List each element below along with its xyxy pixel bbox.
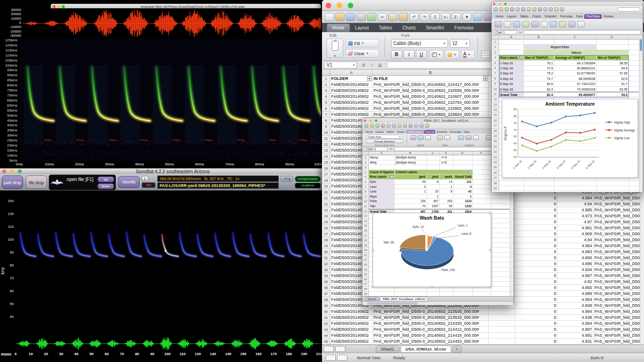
row-header[interactable]: 37 (322, 291, 330, 297)
cell[interactable]: PAS_WAPSIR_feld_D500-0_0_201406 (593, 321, 644, 327)
cell[interactable]: 4.94 (558, 237, 593, 243)
cell[interactable]: Row Labels▼ (369, 175, 395, 180)
cell[interactable]: 57.65 (597, 71, 629, 76)
row-header[interactable]: 45 (322, 339, 330, 345)
cell[interactable]: 62.6 (597, 76, 629, 81)
ribbon-button[interactable] (513, 21, 520, 28)
close-icon[interactable] (52, 5, 56, 8)
ribbon-tab-charts[interactable]: Charts (396, 130, 406, 134)
toolbar-icon[interactable] (414, 124, 418, 128)
cell[interactable] (440, 287, 454, 292)
cell[interactable]: 8 (427, 180, 440, 185)
line-chart-object[interactable]: Ambient Temperature 50556065707580851-Se… (502, 99, 638, 178)
cell[interactable]: 4.994 (558, 195, 593, 201)
toolbar-icon[interactable] (499, 7, 503, 11)
column-header[interactable]: B (524, 35, 554, 40)
cell[interactable]: Epfu (369, 180, 395, 185)
ribbon-tab-chart-layout[interactable]: Chart Layout (406, 130, 424, 134)
row-header[interactable]: 31 (322, 255, 330, 261)
ribbon-tab-review[interactable]: Review (602, 14, 615, 19)
cell[interactable]: 95 (440, 204, 454, 209)
row-header[interactable]: 4 (492, 55, 499, 60)
undo-icon[interactable]: ↶ (409, 13, 419, 21)
underline-button[interactable]: U (416, 50, 427, 59)
cell[interactable]: 72.5 (524, 66, 554, 71)
cell[interactable]: 0 (515, 249, 558, 255)
cell[interactable]: Column Labels▼ (395, 170, 473, 175)
up-button[interactable]: up (98, 176, 114, 182)
cell[interactable]: PAS_WAPSIR_feld_D500-0_0_201406 (593, 237, 644, 243)
scrollbar-thumb[interactable] (640, 39, 642, 51)
compressed-toggle[interactable]: compressed (295, 176, 321, 182)
row-header[interactable]: 27 (492, 175, 499, 181)
cell[interactable] (554, 40, 597, 45)
fill-button[interactable]: Fill▼ (346, 39, 379, 47)
selection-handle[interactable] (372, 286, 374, 288)
cell[interactable] (440, 292, 454, 296)
sheet-tab-pima_2017_sonobatch_v420.txt[interactable]: PIMA_2017_SonoBatch_v420.txt (380, 297, 428, 301)
row-header[interactable]: 1 (322, 76, 330, 82)
row-header[interactable]: 44 (322, 333, 330, 339)
cell[interactable] (489, 309, 515, 315)
toolbar-icon[interactable] (420, 124, 424, 128)
row-header[interactable]: 12 (362, 209, 369, 214)
row-header[interactable]: 29 (492, 186, 499, 191)
ribbon-tab-smartart[interactable]: SmartArt (421, 24, 449, 32)
cell[interactable]: 0 (515, 225, 558, 231)
sheet-tab-sheet1[interactable]: Sheet1 (376, 345, 399, 353)
cell[interactable]: 4.94 (558, 201, 593, 207)
minimize-icon[interactable] (10, 170, 14, 173)
selection-handle[interactable] (489, 249, 491, 251)
toolbar-icon[interactable] (381, 124, 385, 128)
cell[interactable]: 4.989 (558, 291, 593, 297)
cancel-icon[interactable]: ⊗ (362, 62, 365, 68)
row-header[interactable]: 7 (492, 71, 499, 76)
cell[interactable]: 61.7 (597, 81, 629, 86)
cell[interactable]: pool (427, 175, 440, 180)
row-header[interactable]: 27 (322, 231, 330, 237)
cell[interactable]: 70.09363208 (554, 87, 597, 92)
cell[interactable] (427, 165, 440, 170)
row-header[interactable]: 21 (362, 253, 369, 258)
cell[interactable]: 1 (427, 194, 440, 199)
cell[interactable] (499, 45, 524, 50)
toolbar-icon[interactable] (554, 7, 558, 11)
row-header[interactable]: 15 (492, 113, 499, 118)
cell[interactable]: PAS_WAPSIR_feld_D500-0_20140602_214412_0… (373, 327, 489, 333)
cell[interactable]: 1067 (427, 204, 440, 209)
cell[interactable]: PAS_WAPSIR_feld_D500-0_20140602_214453_0… (373, 339, 489, 345)
cell[interactable]: 3-Sep-16 (499, 71, 524, 76)
cell[interactable]: 4.87 (558, 219, 593, 225)
toolbar-icon[interactable] (527, 7, 531, 11)
row-header[interactable]: 26 (492, 170, 499, 175)
cell[interactable]: Grand Total (499, 92, 524, 97)
cell[interactable] (369, 292, 395, 296)
cell[interactable] (395, 165, 427, 170)
cell[interactable]: 3 (395, 185, 427, 190)
ribbon-button[interactable] (522, 21, 529, 28)
cell[interactable] (454, 287, 473, 292)
cell[interactable]: FeldD500/20140602 (330, 88, 373, 94)
cell[interactable]: FeldD500/20140602 (330, 112, 373, 118)
cell[interactable]: 4.954 (558, 243, 593, 249)
cell[interactable]: 4.961 (558, 225, 593, 231)
ribbon-tab-tables[interactable]: Tables (385, 130, 396, 134)
row-header[interactable]: 38 (322, 297, 330, 303)
cell[interactable] (499, 186, 524, 191)
ribbon-tab-home[interactable]: Home (327, 23, 350, 32)
cell[interactable]: (Multiple Items) (395, 155, 427, 160)
cell[interactable]: 4.855 (558, 285, 593, 291)
cell[interactable]: 4.848 (558, 303, 593, 309)
save-icon[interactable] (346, 13, 355, 21)
cell[interactable]: 4-Sep-16 (499, 76, 524, 81)
column-header[interactable]: D (439, 152, 453, 155)
ribbon-tab-tables[interactable]: Tables (518, 14, 530, 19)
minimize-icon[interactable] (57, 5, 60, 8)
cell[interactable]: PAS_WAPSIR_feld_D500-0_0_201406 (593, 327, 644, 333)
ribbon-button[interactable] (577, 21, 585, 28)
row-header[interactable]: 6 (322, 106, 330, 112)
italic-button[interactable]: I (403, 50, 414, 59)
row-header[interactable]: 17 (362, 233, 369, 238)
row-header[interactable]: 10 (322, 130, 330, 136)
toolbar-icon[interactable] (425, 124, 429, 128)
